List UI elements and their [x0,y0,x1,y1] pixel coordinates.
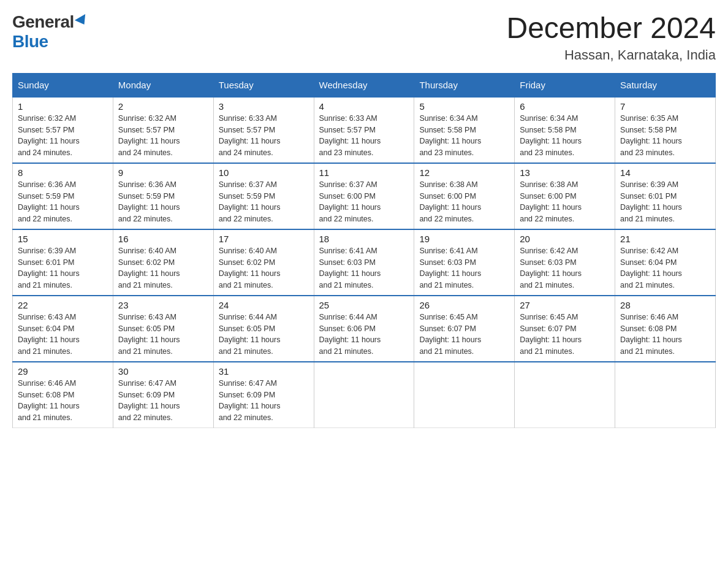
calendar-cell: 30 Sunrise: 6:47 AM Sunset: 6:09 PM Dayl… [113,362,213,428]
calendar-week-row: 22 Sunrise: 6:43 AM Sunset: 6:04 PM Dayl… [13,296,716,362]
day-number: 27 [520,300,610,310]
day-number: 19 [419,234,509,244]
header-friday: Friday [515,73,615,97]
day-info: Sunrise: 6:46 AM Sunset: 6:08 PM Dayligh… [620,312,710,358]
day-info: Sunrise: 6:34 AM Sunset: 5:58 PM Dayligh… [419,113,509,159]
calendar-cell: 18 Sunrise: 6:41 AM Sunset: 6:03 PM Dayl… [314,229,414,296]
header-wednesday: Wednesday [314,73,414,97]
header-tuesday: Tuesday [213,73,314,97]
day-info: Sunrise: 6:32 AM Sunset: 5:57 PM Dayligh… [118,113,208,159]
day-number: 5 [419,101,509,112]
day-info: Sunrise: 6:36 AM Sunset: 5:59 PM Dayligh… [118,179,208,225]
calendar-cell: 31 Sunrise: 6:47 AM Sunset: 6:09 PM Dayl… [213,362,314,428]
day-number: 26 [419,300,509,310]
calendar-cell [314,362,414,428]
calendar-cell: 7 Sunrise: 6:35 AM Sunset: 5:58 PM Dayli… [615,97,716,163]
day-number: 11 [319,167,409,178]
day-info: Sunrise: 6:42 AM Sunset: 6:03 PM Dayligh… [520,245,610,291]
day-number: 13 [520,167,610,178]
day-number: 31 [219,366,309,377]
day-number: 1 [18,101,108,112]
header-saturday: Saturday [615,73,716,97]
calendar-cell: 14 Sunrise: 6:39 AM Sunset: 6:01 PM Dayl… [615,163,716,229]
day-info: Sunrise: 6:37 AM Sunset: 6:00 PM Dayligh… [319,179,409,225]
calendar-cell: 20 Sunrise: 6:42 AM Sunset: 6:03 PM Dayl… [515,229,615,296]
page-header: General Blue December 2024 Hassan, Karna… [12,12,716,63]
day-info: Sunrise: 6:40 AM Sunset: 6:02 PM Dayligh… [118,245,208,291]
calendar-cell: 15 Sunrise: 6:39 AM Sunset: 6:01 PM Dayl… [13,229,113,296]
day-number: 16 [118,234,208,244]
calendar-cell: 25 Sunrise: 6:44 AM Sunset: 6:06 PM Dayl… [314,296,414,362]
calendar-cell: 4 Sunrise: 6:33 AM Sunset: 5:57 PM Dayli… [314,97,414,163]
day-info: Sunrise: 6:47 AM Sunset: 6:09 PM Dayligh… [219,378,309,424]
header-thursday: Thursday [414,73,515,97]
logo-general-text: General [12,12,74,32]
day-number: 23 [118,300,208,310]
calendar-table: Sunday Monday Tuesday Wednesday Thursday… [12,73,716,428]
day-info: Sunrise: 6:45 AM Sunset: 6:07 PM Dayligh… [520,312,610,358]
day-number: 17 [219,234,309,244]
header-monday: Monday [113,73,213,97]
calendar-week-row: 8 Sunrise: 6:36 AM Sunset: 5:59 PM Dayli… [13,163,716,229]
day-info: Sunrise: 6:39 AM Sunset: 6:01 PM Dayligh… [620,179,710,225]
calendar-cell: 12 Sunrise: 6:38 AM Sunset: 6:00 PM Dayl… [414,163,515,229]
calendar-cell: 17 Sunrise: 6:40 AM Sunset: 6:02 PM Dayl… [213,229,314,296]
day-number: 2 [118,101,208,112]
day-number: 18 [319,234,409,244]
month-title: December 2024 [506,12,716,45]
calendar-cell [615,362,716,428]
calendar-cell: 1 Sunrise: 6:32 AM Sunset: 5:57 PM Dayli… [13,97,113,163]
day-number: 4 [319,101,409,112]
day-info: Sunrise: 6:38 AM Sunset: 6:00 PM Dayligh… [419,179,509,225]
logo-blue-text: Blue [12,32,48,51]
day-info: Sunrise: 6:45 AM Sunset: 6:07 PM Dayligh… [419,312,509,358]
day-number: 20 [520,234,610,244]
title-section: December 2024 Hassan, Karnataka, India [506,12,716,63]
calendar-cell: 6 Sunrise: 6:34 AM Sunset: 5:58 PM Dayli… [515,97,615,163]
day-info: Sunrise: 6:37 AM Sunset: 5:59 PM Dayligh… [219,179,309,225]
calendar-cell: 24 Sunrise: 6:44 AM Sunset: 6:05 PM Dayl… [213,296,314,362]
day-number: 28 [620,300,710,310]
day-info: Sunrise: 6:43 AM Sunset: 6:05 PM Dayligh… [118,312,208,358]
calendar-cell: 10 Sunrise: 6:37 AM Sunset: 5:59 PM Dayl… [213,163,314,229]
day-number: 22 [18,300,108,310]
day-number: 21 [620,234,710,244]
calendar-cell: 5 Sunrise: 6:34 AM Sunset: 5:58 PM Dayli… [414,97,515,163]
day-info: Sunrise: 6:40 AM Sunset: 6:02 PM Dayligh… [219,245,309,291]
day-number: 24 [219,300,309,310]
day-number: 6 [520,101,610,112]
day-number: 25 [319,300,409,310]
day-number: 14 [620,167,710,178]
day-info: Sunrise: 6:33 AM Sunset: 5:57 PM Dayligh… [219,113,309,159]
calendar-cell: 26 Sunrise: 6:45 AM Sunset: 6:07 PM Dayl… [414,296,515,362]
day-info: Sunrise: 6:41 AM Sunset: 6:03 PM Dayligh… [419,245,509,291]
day-number: 10 [219,167,309,178]
day-info: Sunrise: 6:32 AM Sunset: 5:57 PM Dayligh… [18,113,108,159]
day-number: 9 [118,167,208,178]
calendar-week-row: 15 Sunrise: 6:39 AM Sunset: 6:01 PM Dayl… [13,229,716,296]
calendar-cell [414,362,515,428]
calendar-cell: 23 Sunrise: 6:43 AM Sunset: 6:05 PM Dayl… [113,296,213,362]
calendar-cell: 13 Sunrise: 6:38 AM Sunset: 6:00 PM Dayl… [515,163,615,229]
day-number: 12 [419,167,509,178]
day-number: 7 [620,101,710,112]
header-sunday: Sunday [13,73,113,97]
calendar-cell: 2 Sunrise: 6:32 AM Sunset: 5:57 PM Dayli… [113,97,213,163]
day-number: 8 [18,167,108,178]
calendar-cell [515,362,615,428]
logo: General Blue [12,12,88,52]
day-info: Sunrise: 6:46 AM Sunset: 6:08 PM Dayligh… [18,378,108,424]
calendar-cell: 9 Sunrise: 6:36 AM Sunset: 5:59 PM Dayli… [113,163,213,229]
day-info: Sunrise: 6:33 AM Sunset: 5:57 PM Dayligh… [319,113,409,159]
calendar-cell: 11 Sunrise: 6:37 AM Sunset: 6:00 PM Dayl… [314,163,414,229]
day-info: Sunrise: 6:44 AM Sunset: 6:06 PM Dayligh… [319,312,409,358]
calendar-week-row: 1 Sunrise: 6:32 AM Sunset: 5:57 PM Dayli… [13,97,716,163]
day-info: Sunrise: 6:34 AM Sunset: 5:58 PM Dayligh… [520,113,610,159]
calendar-cell: 28 Sunrise: 6:46 AM Sunset: 6:08 PM Dayl… [615,296,716,362]
day-info: Sunrise: 6:36 AM Sunset: 5:59 PM Dayligh… [18,179,108,225]
calendar-cell: 19 Sunrise: 6:41 AM Sunset: 6:03 PM Dayl… [414,229,515,296]
calendar-cell: 22 Sunrise: 6:43 AM Sunset: 6:04 PM Dayl… [13,296,113,362]
day-info: Sunrise: 6:38 AM Sunset: 6:00 PM Dayligh… [520,179,610,225]
logo-triangle-icon [75,14,89,28]
day-info: Sunrise: 6:44 AM Sunset: 6:05 PM Dayligh… [219,312,309,358]
